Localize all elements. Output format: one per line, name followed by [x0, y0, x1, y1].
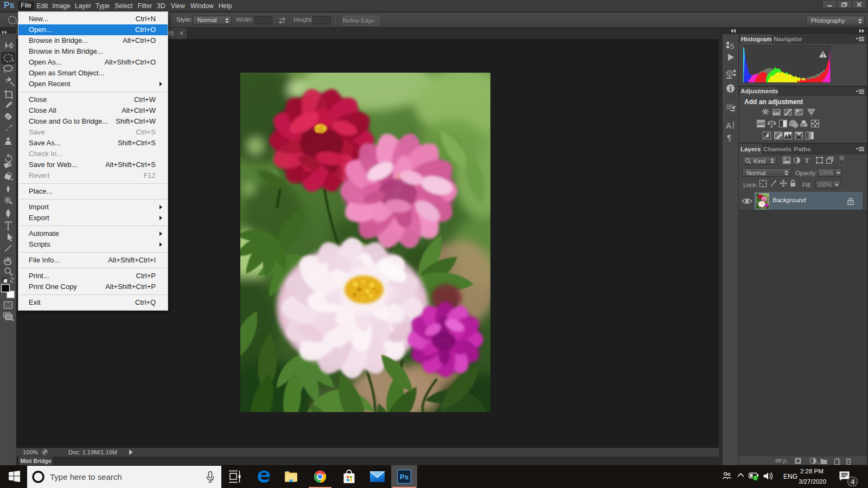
svg-text:fx: fx [783, 458, 787, 464]
svg-text:¶: ¶ [727, 133, 731, 142]
svg-text:e: e [43, 450, 46, 455]
svg-text:4: 4 [851, 478, 855, 486]
svg-text:A: A [726, 121, 731, 130]
svg-text:T: T [805, 156, 809, 164]
svg-text:5: 5 [730, 42, 734, 50]
svg-text:Ps: Ps [400, 473, 409, 481]
